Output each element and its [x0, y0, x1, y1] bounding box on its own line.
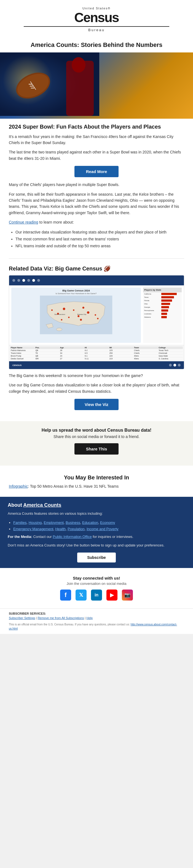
th-age: Age: [60, 347, 84, 348]
share-body: Share this on social media or forward it…: [9, 434, 184, 439]
dataviz-bar-item: Ohio: [143, 302, 182, 306]
page-title-section: America Counts: Stories Behind the Numbe…: [0, 37, 193, 53]
logo-united-states: United States®: [5, 7, 188, 10]
article-body-2: The last time the two teams played again…: [9, 149, 184, 161]
about-bullets: Families, Housing, Employment, Business,…: [13, 520, 185, 532]
economy-link[interactable]: Economy: [100, 521, 115, 525]
hero-football-svg: [0, 53, 99, 116]
svg-point-17: [63, 308, 65, 310]
social-subtitle: Join the conversation on social media: [9, 582, 184, 586]
dataviz-bar-item: Louisiana: [143, 312, 182, 315]
dataviz-body-2: Use our Big Game Census data visualizati…: [9, 382, 184, 394]
map-svg: San Francisco Kansas City: [11, 296, 141, 334]
dataviz-bar-item: Pennsylvania: [143, 309, 182, 312]
population-link[interactable]: Population: [68, 527, 84, 531]
svg-point-22: [80, 319, 82, 321]
svg-point-14: [95, 314, 96, 315]
view-viz-button[interactable]: View the Viz: [74, 399, 119, 410]
table-row: Patrick Mahomes QB 28 6-2 225 Chiefs Tex…: [10, 349, 183, 352]
business-link[interactable]: Business: [66, 521, 80, 525]
families-link[interactable]: Families: [13, 521, 27, 525]
linkedin-icon[interactable]: in: [91, 590, 102, 600]
dataviz-map: Big Game Census 2024 Is Someone from You…: [11, 287, 141, 343]
dataviz-bottom-bar: CENSUS: [9, 361, 184, 369]
article-bullets: Our interactive data visualization featu…: [15, 229, 184, 250]
housing-link[interactable]: Housing: [29, 521, 42, 525]
svg-point-16: [73, 309, 74, 311]
unsubscribe-link[interactable]: Remove me from All Subscriptions: [37, 616, 84, 620]
svg-point-13: [87, 311, 89, 314]
dataviz-bar-item: Florida: [143, 299, 182, 302]
twitter-icon[interactable]: 𝕏: [75, 590, 87, 600]
social-section: Stay connected with us! Join the convers…: [0, 570, 193, 608]
dataviz-title: Related Data Viz: Big Game Census 🏈: [9, 265, 184, 272]
bar-fill: [161, 293, 177, 295]
footer-disclaimer: This is an official email from the U.S. …: [9, 622, 184, 631]
logo-divider: [24, 26, 169, 27]
social-icons: f 𝕏 in ▶ 📷: [9, 590, 184, 600]
svg-point-15: [77, 315, 79, 317]
income-link[interactable]: Income and Poverty: [87, 527, 119, 531]
continue-reading-link[interactable]: Continue reading: [9, 220, 38, 224]
share-section: Help us spread the word about Census Bur…: [0, 421, 193, 466]
svg-point-9: [72, 57, 86, 72]
th-team: Team: [133, 347, 158, 348]
bullet-item-1: Our interactive data visualization featu…: [15, 229, 184, 236]
nav-dot-2: [18, 279, 20, 282]
header: United States® Census Bureau: [0, 0, 193, 37]
contact-link[interactable]: http://www.census.about.com/contact-us.h…: [9, 623, 177, 630]
share-button[interactable]: Share This: [74, 443, 119, 455]
about-bullet-1: Families, Housing, Employment, Business,…: [13, 520, 185, 526]
bullet-item-3: NFL teams inside and outside of the top …: [15, 243, 184, 249]
dataviz-bar-item: California: [143, 292, 182, 296]
svg-text:Kansas City: Kansas City: [77, 313, 87, 315]
footer-links: Subscriber Settings | Remove me from All…: [9, 616, 184, 620]
svg-text:San Francisco: San Francisco: [54, 313, 65, 315]
th-ht: Ht: [84, 347, 109, 348]
dataviz-image: Big Game Census 2024 Is Someone from You…: [9, 275, 184, 369]
th-pos: Pos.: [35, 347, 59, 348]
dataviz-content: Big Game Census 2024 Is Someone from You…: [9, 285, 184, 345]
map-title: Big Game Census 2024: [11, 287, 141, 292]
svg-point-23: [61, 319, 62, 320]
help-link[interactable]: Help: [86, 616, 93, 620]
nav-dot-4: [27, 279, 30, 282]
page-title: America Counts: Stories Behind the Numbe…: [11, 41, 182, 49]
bullet-item-2: The most common first and last names on …: [15, 236, 184, 243]
bar-fill: [161, 296, 174, 298]
dataviz-sidebar: Players by State California Texas Florid…: [143, 287, 182, 343]
dataviz-section: Related Data Viz: Big Game Census 🏈 Big …: [0, 261, 193, 419]
social-title: Stay connected with us!: [9, 576, 184, 581]
table-row: Travis Kelce TE 34 6-5 250 Chiefs Cincin…: [10, 352, 183, 355]
facebook-icon[interactable]: f: [60, 590, 71, 600]
about-title-link[interactable]: America Counts: [23, 502, 61, 508]
article-body-1: It's a rematch four years in the making:…: [9, 133, 184, 146]
pio-link[interactable]: Public Information Office: [53, 535, 92, 539]
th-player: Player Name: [10, 347, 35, 348]
article-continue: Continue reading to learn more about:: [9, 219, 184, 225]
read-more-button[interactable]: Read More: [74, 166, 119, 177]
footer-services-title: SUBSCRIBER SERVICES:: [9, 612, 184, 615]
subscriber-settings-link[interactable]: Subscriber Settings: [9, 616, 35, 620]
education-link[interactable]: Education: [82, 521, 98, 525]
subscribe-button[interactable]: Subscribe: [77, 553, 116, 562]
bar-fill: [161, 316, 167, 318]
th-wt: Wt: [109, 347, 133, 348]
employment-link[interactable]: Employment: [44, 521, 64, 525]
health-link[interactable]: Health: [55, 527, 66, 531]
bar-fill: [161, 313, 167, 315]
census-logo-small: CENSUS: [12, 364, 22, 367]
article-body-3: Many of the Chiefs' players have played …: [9, 182, 184, 188]
instagram-icon[interactable]: 📷: [122, 590, 133, 600]
dataviz-bar-item: Georgia: [143, 306, 182, 309]
interested-infographic-link[interactable]: Infographic: [9, 484, 28, 489]
map-subtitle: Is Someone from Your Hometown in the Gam…: [11, 292, 141, 294]
youtube-icon[interactable]: ▶: [106, 590, 118, 600]
interested-section: You May Be Interested In Infographic: To…: [0, 468, 193, 495]
emergency-link[interactable]: Emergency Management: [13, 527, 53, 531]
table-row: Deebo Samuel WR 27 5-11 215 49ers S. Car…: [10, 358, 183, 360]
bar-fill: [161, 306, 169, 308]
bottom-dot-3: [178, 364, 181, 367]
table-header-row: Player Name Pos. Age Ht Wt Team College: [10, 346, 183, 349]
interested-item-1: Infographic: Top 50 Metro Areas in the U…: [9, 484, 184, 489]
